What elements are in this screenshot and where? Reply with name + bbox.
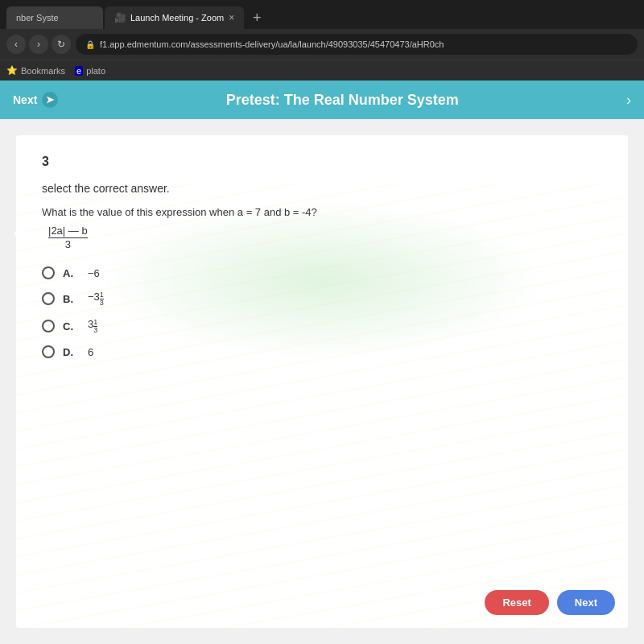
lock-icon: 🔒 [85,40,95,49]
next-label-top: Next [13,93,37,106]
choice-d-letter: D. [63,346,73,358]
forward-button[interactable]: › [29,35,48,54]
bookmarks-bar: ⭐ Bookmarks e plato [0,60,644,80]
choice-d[interactable]: D. 6 [42,345,602,358]
zoom-favicon-icon: 🎥 [114,12,126,23]
choice-b-value: −313 [88,291,104,307]
radio-c[interactable] [42,320,55,332]
tab-zoom[interactable]: 🎥 Launch Meeting - Zoom × [105,6,244,29]
question-number: 3 [42,155,602,169]
address-bar: ‹ › ↻ 🔒 f1.app.edmentum.com/assessments-… [0,29,644,60]
plato-icon: e [75,66,83,76]
choice-a-letter: A. [63,267,73,279]
url-text: f1.app.edmentum.com/assessments-delivery… [100,39,444,49]
next-button[interactable]: Next [557,590,615,615]
radio-b[interactable] [42,292,55,305]
quiz-title: Pretest: The Real Number System [58,92,626,109]
question-instruction: select the correct answer. [42,182,602,195]
choice-b[interactable]: B. −313 [42,291,602,307]
url-bar[interactable]: 🔒 f1.app.edmentum.com/assessments-delive… [76,34,638,55]
question-container: 3 select the correct answer. What is the… [16,135,628,628]
expression-denominator: 3 [65,238,71,250]
chevron-right-icon: › [626,92,631,109]
new-tab-button[interactable]: + [246,6,268,29]
content-area: Next ➤ Pretest: The Real Number System ›… [0,80,644,644]
bookmark-plato[interactable]: e plato [75,66,105,76]
question-text: What is the value of this expression whe… [42,206,602,218]
bookmarks-label: Bookmarks [21,66,65,76]
tab-close-icon[interactable]: × [229,12,234,23]
bookmark-bookmarks[interactable]: ⭐ Bookmarks [6,65,65,76]
choice-a-value: −6 [88,267,100,279]
expression: |2a| — b 3 [42,225,602,250]
next-button-top[interactable]: Next ➤ [13,92,58,108]
expression-numerator: |2a| — b [48,225,88,238]
next-arrow-icon: ➤ [42,92,58,108]
tab-number-system[interactable]: nber Syste [6,6,103,29]
browser-chrome: nber Syste 🎥 Launch Meeting - Zoom × + ‹… [0,0,644,80]
tab-label-2: Launch Meeting - Zoom [130,13,224,23]
choice-a[interactable]: A. −6 [42,266,602,279]
nav-buttons: ‹ › ↻ [6,35,71,54]
fraction: |2a| — b 3 [48,225,88,250]
plato-label: plato [86,66,105,76]
back-button[interactable]: ‹ [6,35,26,54]
reload-button[interactable]: ↻ [52,35,71,54]
choice-c-value: 313 [88,318,97,334]
answer-choices: A. −6 B. −313 C. 313 [42,266,602,358]
action-buttons: Reset Next [485,590,615,615]
choice-c[interactable]: C. 313 [42,318,602,334]
tab-bar: nber Syste 🎥 Launch Meeting - Zoom × + [0,0,644,29]
bookmarks-icon: ⭐ [6,65,18,76]
radio-a[interactable] [42,266,55,279]
tab-label-1: nber Syste [16,13,93,23]
choice-d-value: 6 [88,346,93,358]
reset-button[interactable]: Reset [485,590,548,615]
choice-c-letter: C. [63,320,73,332]
radio-d[interactable] [42,345,55,358]
choice-b-letter: B. [63,293,73,305]
quiz-topbar: Next ➤ Pretest: The Real Number System › [0,80,644,119]
